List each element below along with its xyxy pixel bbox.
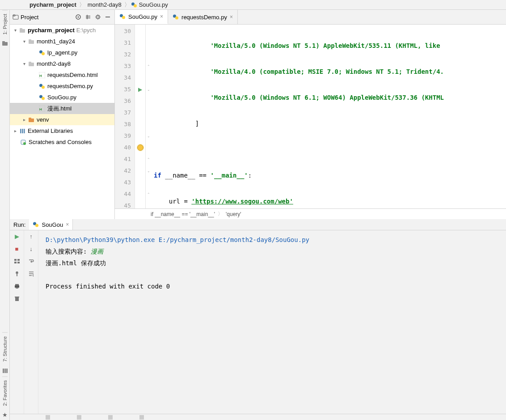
breadcrumb-file[interactable]: SouGou.py: [137, 1, 170, 8]
tree-label: pycharm_project: [28, 27, 75, 34]
tree-row-file-selected[interactable]: H 漫画.html: [10, 103, 114, 114]
python-file-icon: [119, 13, 126, 20]
run-gutter-icon[interactable]: ▶: [138, 86, 142, 93]
down-arrow-icon[interactable]: ↓: [27, 245, 35, 253]
icon-gutter: ▶: [135, 25, 146, 208]
sidebar-tab-project[interactable]: 1: Project: [2, 10, 8, 38]
svg-rect-34: [20, 129, 21, 133]
editor-tab-requestsdemo[interactable]: requestsDemo.py ×: [168, 10, 238, 24]
select-opened-icon[interactable]: [74, 13, 82, 21]
close-icon[interactable]: ×: [66, 221, 69, 228]
breadcrumb-project[interactable]: pycharm_project: [28, 1, 78, 8]
tree-path: E:\pych: [76, 27, 96, 34]
status-icon[interactable]: [77, 415, 81, 420]
svg-rect-16: [20, 29, 25, 33]
chevron-right-icon[interactable]: ▸: [12, 128, 19, 133]
svg-point-27: [42, 85, 45, 89]
star-icon[interactable]: ★: [1, 411, 8, 418]
project-panel-title: Project: [21, 14, 38, 21]
project-tree[interactable]: ▾ pycharm_project E:\pych ▾ month1_day24…: [10, 25, 115, 219]
svg-point-29: [42, 97, 45, 100]
soft-wrap-icon[interactable]: [27, 257, 35, 265]
folder-icon: [19, 27, 26, 34]
run-tab-label: SouGou: [42, 221, 63, 228]
editor-crumb-scope[interactable]: if __name__ == '__main__': [151, 211, 215, 217]
svg-rect-19: [29, 39, 31, 41]
code-editor[interactable]: 30 31 32 33 34 35 36 37 38 39 40 41: [115, 25, 506, 219]
svg-rect-36: [24, 129, 25, 133]
breadcrumb-folder[interactable]: month2-day8: [86, 1, 123, 8]
run-toolbar-left: ▶ ■: [10, 230, 24, 414]
project-panel-header: Project: [10, 10, 115, 24]
python-file-icon: [173, 14, 179, 20]
stop-icon[interactable]: ■: [13, 245, 21, 253]
console-output[interactable]: D:\python\Python39\python.exe E:/pycharm…: [38, 230, 506, 414]
svg-point-13: [122, 16, 125, 19]
svg-point-38: [23, 142, 26, 145]
sidebar-tab-favorites[interactable]: 2: Favorites: [2, 376, 8, 409]
svg-rect-42: [17, 259, 20, 261]
status-icon[interactable]: [46, 415, 50, 420]
folder-icon[interactable]: [1, 40, 8, 47]
tree-row-file[interactable]: SouGou.py: [10, 92, 114, 103]
chevron-down-icon[interactable]: ▾: [21, 39, 28, 44]
chevron-down-icon[interactable]: ▾: [12, 28, 19, 33]
svg-rect-18: [29, 40, 34, 44]
svg-rect-49: [15, 297, 19, 297]
svg-rect-6: [6, 369, 8, 373]
html-file-icon: H: [38, 105, 46, 112]
print-icon[interactable]: [13, 282, 21, 290]
svg-point-10: [78, 17, 79, 18]
structure-icon[interactable]: [1, 367, 8, 374]
tree-row-scratches[interactable]: Scratches and Consoles: [10, 136, 114, 148]
tree-row-file[interactable]: lp_agent.py: [10, 47, 114, 58]
chevron-right-icon: 〉: [123, 1, 131, 9]
project-icon: [13, 14, 19, 20]
svg-rect-17: [20, 28, 22, 30]
svg-rect-3: [2, 41, 5, 42]
status-icon[interactable]: [108, 415, 113, 420]
close-icon[interactable]: ×: [160, 13, 163, 20]
editor-tab-sougou[interactable]: SouGou.py ×: [115, 10, 168, 24]
status-icon[interactable]: [139, 415, 144, 420]
tree-row-external-libs[interactable]: ▸ External Libraries: [10, 125, 114, 136]
python-file-icon: [38, 83, 46, 90]
svg-rect-33: [29, 118, 31, 119]
up-arrow-icon[interactable]: ↑: [27, 232, 35, 240]
sidebar-tab-structure[interactable]: 7: Structure: [2, 332, 8, 365]
code-content[interactable]: 'Mozilla/5.0 (Windows NT 5.1) AppleWebKi…: [151, 25, 506, 208]
editor-tab-label: requestsDemo.py: [181, 14, 227, 21]
tree-row-file[interactable]: requestsDemo.py: [10, 81, 114, 92]
chevron-right-icon[interactable]: ▸: [21, 117, 28, 122]
tree-row-folder[interactable]: ▾ month1_day24: [10, 36, 114, 47]
svg-rect-41: [14, 259, 17, 261]
intention-bulb-icon[interactable]: [137, 144, 143, 151]
chevron-right-icon: 〉: [215, 210, 226, 218]
breadcrumb: pycharm_project 〉 month2-day8 〉 SouGou.p…: [0, 0, 506, 10]
tree-label: SouGou.py: [47, 94, 76, 101]
chevron-down-icon[interactable]: ▾: [21, 61, 28, 66]
tree-row-file[interactable]: H requestsDemo.html: [10, 69, 114, 81]
rerun-icon[interactable]: ▶: [13, 232, 21, 240]
tree-label: 漫画.html: [47, 105, 72, 113]
tree-row-folder[interactable]: ▾ month2-day8: [10, 58, 114, 69]
close-icon[interactable]: ×: [230, 14, 233, 20]
tree-row-root[interactable]: ▾ pycharm_project E:\pych: [10, 25, 114, 36]
hide-panel-icon[interactable]: [104, 13, 112, 21]
tree-label: lp_agent.py: [47, 49, 77, 56]
trash-icon[interactable]: [13, 295, 21, 303]
gear-icon[interactable]: [94, 13, 102, 21]
layout-icon[interactable]: [13, 257, 21, 265]
scroll-to-end-icon[interactable]: [27, 270, 35, 278]
svg-text:H: H: [39, 74, 42, 78]
expand-all-icon[interactable]: [84, 13, 92, 21]
svg-rect-48: [15, 297, 19, 301]
python-file-icon: [131, 2, 137, 8]
svg-rect-43: [14, 262, 17, 263]
tree-row-folder[interactable]: ▸ venv: [10, 114, 114, 125]
svg-point-40: [35, 224, 38, 227]
python-file-icon: [38, 94, 46, 101]
run-tab[interactable]: SouGou ×: [29, 219, 73, 230]
pin-icon[interactable]: [13, 270, 21, 278]
editor-crumb-key[interactable]: 'query': [226, 211, 241, 217]
